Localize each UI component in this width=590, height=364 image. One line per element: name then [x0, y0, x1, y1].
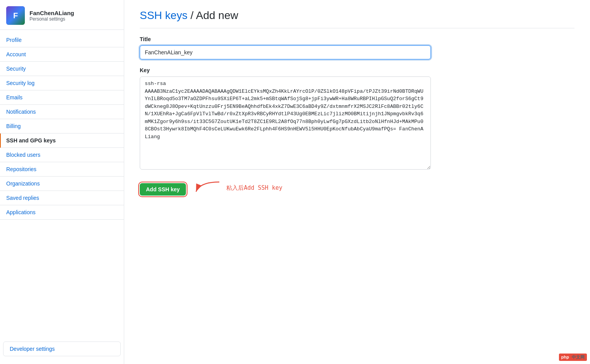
sidebar-item-security-log[interactable]: Security log — [0, 76, 124, 90]
page-title: SSH keys / Add new — [140, 9, 574, 22]
form-section: Title Key ssh-rsa AAAAB3NzaC1yc2EAAAADAQ… — [140, 36, 431, 196]
sidebar-username: FanChenALiang — [30, 10, 74, 16]
sidebar-nav: Profile Account Security Security log Em… — [0, 30, 124, 220]
sidebar-item-saved-replies[interactable]: Saved replies — [0, 191, 124, 205]
sidebar-item-repositories[interactable]: Repositories — [0, 162, 124, 177]
key-field-group: Key ssh-rsa AAAAB3NzaC1yc2EAAAADAQABAAAg… — [140, 67, 431, 171]
sidebar: F FanChenALiang Personal settings Profil… — [0, 0, 124, 364]
sidebar-item-account[interactable]: Account — [0, 47, 124, 62]
breadcrumb-separator: / — [187, 9, 196, 21]
page-header: SSH keys / Add new — [140, 9, 574, 28]
sidebar-item-profile[interactable]: Profile — [0, 33, 124, 47]
user-info: FanChenALiang Personal settings — [30, 10, 74, 22]
sidebar-item-notifications[interactable]: Notifications — [0, 105, 124, 119]
sidebar-item-developer-settings[interactable]: Developer settings — [3, 342, 120, 356]
sidebar-item-organizations[interactable]: Organizations — [0, 177, 124, 191]
title-label: Title — [140, 36, 431, 42]
sidebar-item-blocked-users[interactable]: Blocked users — [0, 148, 124, 162]
title-field-group: Title — [140, 36, 431, 59]
arrow-icon — [192, 180, 223, 196]
sidebar-item-security[interactable]: Security — [0, 62, 124, 76]
php-label: php — [561, 355, 569, 359]
sidebar-profile: F FanChenALiang Personal settings — [0, 0, 124, 30]
key-textarea[interactable]: ssh-rsa AAAAB3NzaC1yc2EAAAADAQABAAAgQDW1… — [140, 76, 431, 170]
add-ssh-key-button[interactable]: Add SSH key — [140, 183, 186, 196]
sidebar-bottom-section: Developer settings — [3, 341, 121, 356]
annotation-text: 粘入后Add SSH key — [226, 184, 282, 192]
annotation-area: 粘入后Add SSH key — [192, 180, 282, 196]
breadcrumb-link[interactable]: SSH keys — [140, 9, 187, 21]
sidebar-subtitle: Personal settings — [30, 16, 74, 22]
main-content: SSH keys / Add new Title Key ssh-rsa AAA… — [124, 0, 590, 364]
sidebar-item-ssh-gpg-keys[interactable]: SSH and GPG keys — [0, 133, 124, 148]
php-watermark: php 中文网 — [559, 354, 587, 361]
sidebar-item-emails[interactable]: Emails — [0, 90, 124, 105]
avatar-image: F — [6, 6, 25, 25]
title-input[interactable] — [140, 45, 431, 59]
sidebar-item-applications[interactable]: Applications — [0, 205, 124, 220]
breadcrumb-current: Add new — [196, 9, 238, 21]
sidebar-item-billing[interactable]: Billing — [0, 119, 124, 133]
avatar: F — [6, 6, 25, 25]
site-label: 中文网 — [572, 355, 585, 359]
button-row: Add SSH key 粘入后Add SSH key — [140, 177, 431, 196]
key-label: Key — [140, 67, 431, 73]
